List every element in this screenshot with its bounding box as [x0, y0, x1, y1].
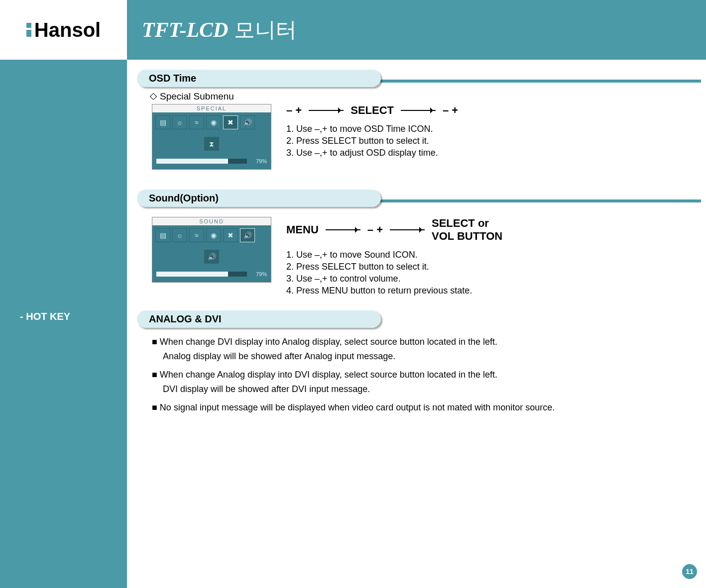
osd-panel-title: SPECIAL: [152, 104, 271, 112]
osd-sound-icon: 🔊: [240, 115, 255, 129]
osd-color-icon: ◉: [206, 228, 221, 242]
analog-note-2b: DVI display will be showed after DVI inp…: [163, 384, 701, 394]
arrow-icon: [309, 110, 344, 111]
osd-waves-icon: ≈: [189, 228, 204, 242]
osd-info-icon: ▤: [155, 115, 170, 129]
flow-minus-plus: – +: [443, 104, 458, 117]
osd-subtitle: Special Submenu: [151, 91, 701, 102]
osd-sound-icon: 🔊: [240, 228, 255, 242]
section-head-osd: OSD Time: [137, 70, 701, 87]
pill-sound: Sound(Option): [137, 190, 381, 207]
osd-brightness-icon: ☼: [172, 228, 187, 242]
osd-tools-icon: ✖: [223, 115, 238, 129]
sound-panel-title: SOUND: [152, 217, 271, 225]
sound-steps: 1. Use –,+ to move Sound ICON. 2. Press …: [286, 250, 701, 296]
logo: Hansol: [0, 0, 127, 60]
header: TFT-LCD 모니터: [127, 0, 706, 60]
osd-flow: – + SELECT – +: [286, 104, 701, 117]
section-head-sound: Sound(Option): [137, 190, 701, 207]
analog-note-1a: ■ When change DVI display into Analog di…: [152, 337, 701, 347]
arrow-icon: [326, 229, 360, 230]
osd-speaker-icon: 🔊: [204, 250, 219, 264]
content: OSD Time Special Submenu SPECIAL ▤ ☼ ≈ ◉…: [137, 65, 701, 588]
sound-step-4: 4. Press MENU button to return previous …: [286, 286, 701, 296]
sound-flow: MENU – + SELECT or VOL BUTTON: [286, 217, 701, 243]
osd-brightness-icon: ☼: [172, 115, 187, 129]
sound-progress-bar: [156, 272, 247, 277]
sound-step-3: 3. Use –,+ to control volume.: [286, 274, 701, 284]
osd-progress-bar: [156, 159, 247, 164]
osd-special-panel: SPECIAL ▤ ☼ ≈ ◉ ✖ 🔊 ⧗ 79%: [152, 104, 271, 170]
sound-step-2: 2. Press SELECT button to select it.: [286, 262, 701, 272]
logo-icon: [26, 23, 31, 37]
section-head-analog: ANALOG & DVI: [137, 310, 701, 328]
osd-tools-icon: ✖: [223, 228, 238, 242]
sidebar: Hansol - HOT KEY: [0, 0, 127, 588]
sound-step-1: 1. Use –,+ to move Sound ICON.: [286, 250, 701, 260]
arrow-icon: [390, 229, 425, 230]
osd-steps: 1. Use –,+ to move OSD Time ICON. 2. Pre…: [286, 124, 701, 158]
analog-notes: ■ When change DVI display into Analog di…: [152, 337, 701, 413]
osd-time-icon: ⧗: [204, 137, 219, 151]
pill-osd-time: OSD Time: [137, 70, 381, 87]
osd-step-3: 3. Use –,+ to adjust OSD display time.: [286, 148, 701, 158]
osd-progress-value: 79%: [250, 158, 267, 164]
osd-color-icon: ◉: [206, 115, 221, 129]
osd-sound-panel: SOUND ▤ ☼ ≈ ◉ ✖ 🔊 🔊 79%: [152, 217, 271, 283]
analog-note-2a: ■ When change Analog display into DVI di…: [152, 370, 701, 380]
analog-note-1b: Analog display will be showed after Anal…: [163, 351, 701, 362]
analog-note-3: ■ No signal input message will be displa…: [152, 402, 701, 413]
diamond-icon: [150, 93, 157, 100]
flow-select-or-vol: SELECT or VOL BUTTON: [432, 217, 502, 243]
flow-menu: MENU: [286, 223, 319, 236]
header-title: TFT-LCD: [142, 18, 228, 42]
pill-analog-dvi: ANALOG & DVI: [137, 310, 381, 328]
flow-select: SELECT: [351, 104, 394, 117]
osd-waves-icon: ≈: [189, 115, 204, 129]
arrow-icon: [401, 110, 436, 111]
flow-minus-plus: – +: [367, 223, 383, 236]
osd-step-2: 2. Press SELECT button to select it.: [286, 136, 701, 146]
flow-minus-plus: – +: [286, 104, 302, 117]
logo-text: Hansol: [34, 19, 101, 41]
page-number: 11: [682, 564, 697, 579]
header-subtitle: 모니터: [234, 16, 297, 44]
osd-step-1: 1. Use –,+ to move OSD Time ICON.: [286, 124, 701, 134]
stripe: [376, 199, 701, 202]
osd-subtitle-text: Special Submenu: [160, 91, 234, 101]
osd-info-icon: ▤: [155, 228, 170, 242]
sidebar-hotkey-label: - HOT KEY: [20, 311, 70, 322]
stripe: [376, 80, 701, 83]
sound-progress-value: 79%: [250, 271, 267, 277]
